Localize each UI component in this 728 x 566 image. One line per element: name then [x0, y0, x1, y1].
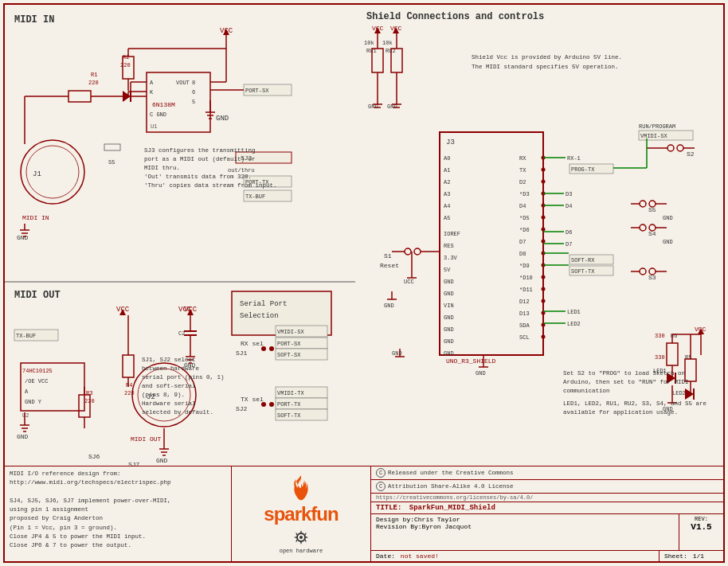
svg-text:S5: S5	[108, 159, 115, 166]
svg-text:S1: S1	[384, 252, 392, 260]
svg-text:'Thru' copies data stream from: 'Thru' copies data stream from input.	[144, 182, 277, 189]
svg-text:GND: GND	[476, 370, 486, 377]
svg-text:GND: GND	[17, 433, 29, 440]
svg-text:GND: GND	[663, 215, 673, 221]
svg-point-211	[542, 168, 546, 172]
svg-text:SJ6: SJ6	[88, 453, 100, 460]
svg-point-217	[542, 240, 546, 244]
svg-text:VIN: VIN	[444, 303, 454, 309]
svg-text:RES: RES	[444, 243, 454, 249]
svg-text:*D10: *D10	[519, 275, 533, 281]
svg-rect-48	[104, 144, 120, 150]
svg-text:VCC: VCC	[178, 306, 192, 314]
license-url: https://creativecommons.org/licenses/by-…	[376, 494, 533, 501]
svg-text:R1: R1	[91, 72, 97, 78]
svg-text:Selection: Selection	[240, 312, 279, 320]
svg-text:A1: A1	[444, 167, 450, 174]
date-value: not saved!	[401, 552, 439, 560]
svg-text:GND  Y: GND Y	[25, 399, 42, 405]
svg-text:GND: GND	[156, 457, 168, 464]
license-line2: Attribution Share-Alike 4.0 License	[388, 483, 514, 490]
svg-text:MIDI IN: MIDI IN	[22, 214, 49, 221]
svg-text:10k: 10k	[382, 40, 393, 46]
sheet-label: Sheet:	[664, 552, 687, 560]
svg-text:Arduino, then set to "RUN" for: Arduino, then set to "RUN" for MIDI	[563, 379, 689, 385]
svg-point-126	[261, 346, 266, 351]
svg-text:VOUT: VOUT	[176, 80, 190, 86]
svg-text:Shield Vcc is provided by Ardu: Shield Vcc is provided by Arduino 5V lin…	[472, 54, 622, 61]
reference-text: MIDI I/O reference design from: http://w…	[5, 466, 232, 561]
svg-text:SCL: SCL	[519, 334, 530, 341]
svg-point-137	[269, 402, 274, 407]
svg-text:Set S2 to "PROG" to load Sketc: Set S2 to "PROG" to load Sketch on	[563, 370, 685, 377]
svg-text:R3: R3	[86, 390, 92, 396]
title-label: TITLE:	[376, 504, 401, 512]
svg-text:SJ1: SJ1	[236, 349, 248, 357]
svg-text:D2: D2	[519, 179, 526, 185]
svg-text:MIDI OUT: MIDI OUT	[131, 435, 162, 443]
svg-text:between hardware: between hardware	[142, 365, 199, 372]
svg-text:UCC: UCC	[404, 279, 414, 285]
svg-text:330: 330	[655, 333, 665, 339]
svg-text:SDA: SDA	[519, 322, 530, 329]
svg-text:'Out' transmits data from 328.: 'Out' transmits data from 328.	[144, 174, 252, 180]
svg-text:Reset: Reset	[380, 262, 399, 269]
svg-text:MIDI thru.: MIDI thru.	[144, 165, 180, 171]
svg-point-220	[542, 275, 546, 279]
svg-text:RX: RX	[519, 155, 526, 162]
svg-text:A5: A5	[444, 215, 450, 221]
svg-text:D12: D12	[519, 299, 530, 305]
svg-text:GND: GND	[216, 115, 229, 123]
svg-text:IOREF: IOREF	[444, 231, 460, 237]
right-schematic: Shield Connections and controls Shield V…	[360, 5, 723, 474]
svg-text:PORT-SX: PORT-SX	[277, 341, 301, 347]
svg-text:PORT-SX: PORT-SX	[245, 88, 269, 94]
svg-text:UNO_R3_SHIELD: UNO_R3_SHIELD	[446, 357, 496, 365]
title-block: C Released under the Creative Commons C …	[371, 466, 723, 561]
svg-text:MIDI IN: MIDI IN	[14, 14, 54, 25]
svg-text:/OE VCC: /OE VCC	[25, 378, 48, 384]
sheet-value: 1/1	[693, 552, 704, 560]
svg-text:(pins 8, 9).: (pins 8, 9).	[142, 392, 185, 398]
svg-text:Shield Connections and control: Shield Connections and controls	[366, 11, 544, 22]
svg-point-43	[21, 140, 84, 204]
svg-text:A3: A3	[444, 191, 450, 197]
svg-text:D13: D13	[519, 310, 530, 317]
svg-point-264	[667, 145, 674, 151]
svg-text:SOFT-RX: SOFT-RX	[571, 257, 595, 263]
svg-text:D6: D6	[566, 229, 572, 236]
svg-point-222	[542, 299, 546, 303]
date-label: Date:	[376, 552, 395, 560]
svg-text:TX-BUF: TX-BUF	[245, 193, 265, 200]
svg-text:C GND: C GND	[150, 111, 166, 118]
svg-text:communication: communication	[563, 388, 610, 394]
svg-point-276	[640, 224, 646, 231]
svg-text:GND: GND	[444, 326, 454, 333]
svg-text:SOFT-SX: SOFT-SX	[277, 352, 301, 358]
svg-text:6: 6	[192, 89, 195, 96]
svg-text:selected by default.: selected by default.	[142, 409, 213, 416]
svg-text:LED2: LED2	[567, 321, 581, 327]
svg-text:SOFT-TX: SOFT-TX	[277, 412, 301, 419]
svg-point-265	[677, 145, 683, 151]
svg-text:GND: GND	[444, 350, 454, 357]
svg-text:LED2: LED2	[672, 390, 686, 396]
svg-text:and  soft-serial: and soft-serial	[142, 383, 196, 389]
sparkfun-logo: sparkfun	[264, 503, 338, 525]
svg-text:GND: GND	[663, 239, 673, 245]
svg-point-221	[542, 287, 546, 291]
svg-text:PORT-TX: PORT-TX	[277, 401, 301, 408]
svg-text:330: 330	[655, 354, 665, 361]
svg-text:8: 8	[192, 80, 195, 86]
svg-point-225	[542, 335, 546, 339]
svg-text:A2: A2	[444, 179, 450, 185]
rev-value: V1.5	[683, 522, 720, 532]
svg-point-271	[640, 201, 646, 207]
svg-text:Hardware serial: Hardware serial	[142, 400, 196, 407]
svg-text:220: 220	[88, 80, 99, 86]
svg-text:GND: GND	[444, 338, 454, 345]
revision-by: Revision By:Byron Jacquot	[376, 523, 674, 530]
svg-text:TX sel: TX sel	[241, 396, 264, 403]
svg-point-322	[299, 536, 303, 539]
svg-text:*D9: *D9	[519, 263, 530, 269]
